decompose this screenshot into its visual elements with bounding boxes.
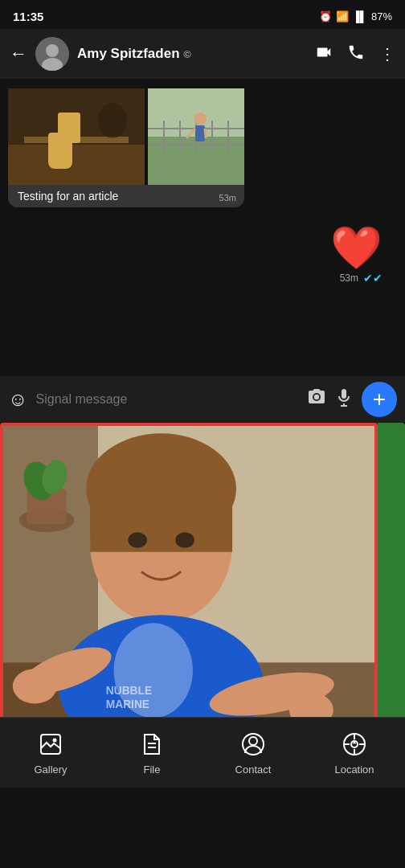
svg-text:MARINE: MARINE (106, 698, 149, 710)
double-check-icon: ✔✔ (363, 272, 382, 285)
tab-gallery[interactable]: Gallery (0, 730, 101, 776)
svg-point-17 (194, 113, 207, 125)
svg-line-20 (205, 129, 206, 138)
svg-point-1 (46, 44, 59, 57)
mic-button[interactable] (334, 387, 354, 411)
svg-rect-18 (195, 125, 205, 141)
phone-button[interactable] (347, 43, 365, 65)
input-bar: ☺ + (0, 376, 405, 423)
gallery-icon (36, 730, 65, 759)
heart-emoji: ❤️ (330, 227, 382, 268)
gallery-label: Gallery (34, 764, 67, 776)
heart-time-row: 53m ✔✔ (8, 268, 397, 291)
svg-point-47 (249, 737, 257, 745)
heart-time: 53m (340, 272, 358, 284)
signal-icon: ▐▌ (353, 10, 367, 23)
svg-point-7 (98, 103, 127, 138)
svg-rect-4 (8, 145, 145, 185)
file-label: File (144, 764, 161, 776)
status-bar: 11:35 ⏰ 📶 ▐▌ 87% (0, 0, 405, 29)
chat-area: Testing for an article 53m ❤️ 53m ✔✔ (0, 79, 405, 376)
more-options-button[interactable]: ⋮ (379, 44, 395, 63)
wifi-icon: 📶 (336, 10, 349, 23)
avatar (35, 37, 69, 71)
tab-file[interactable]: File (101, 730, 202, 776)
attachment-area: NUBBLE MARINE 00:53 Gallery (0, 423, 405, 788)
emoji-button[interactable]: ☺ (8, 388, 28, 411)
tab-location[interactable]: Location (304, 730, 405, 776)
camera-button[interactable] (307, 387, 326, 411)
contact-icon (239, 730, 268, 759)
svg-rect-6 (58, 113, 80, 143)
status-icons: ⏰ 📶 ▐▌ 87% (319, 10, 392, 23)
svg-point-33 (128, 532, 147, 548)
svg-point-41 (13, 669, 57, 703)
alarm-icon: ⏰ (319, 10, 332, 23)
chat-header: ← Amy Spitzfaden © ⋮ (0, 29, 405, 79)
back-button[interactable]: ← (10, 43, 27, 64)
video-inner: NUBBLE MARINE (3, 426, 374, 746)
svg-rect-32 (90, 489, 232, 552)
message-input[interactable] (36, 392, 299, 407)
message-time: 53m (219, 193, 236, 203)
heart-reaction: ❤️ (8, 215, 397, 268)
video-preview[interactable]: NUBBLE MARINE 00:53 (0, 423, 378, 749)
message-image-left (8, 88, 145, 185)
battery-label: 87% (371, 10, 392, 23)
message-caption: Testing for an article (18, 190, 213, 203)
incoming-message: Testing for an article 53m (8, 88, 397, 207)
svg-point-34 (175, 532, 194, 548)
message-image-right (148, 88, 244, 185)
status-time: 11:35 (13, 10, 43, 23)
plus-button[interactable]: + (362, 382, 397, 417)
svg-text:NUBBLE: NUBBLE (106, 685, 152, 697)
svg-point-44 (53, 739, 57, 743)
location-icon (340, 730, 369, 759)
video-call-button[interactable] (315, 43, 333, 65)
contact-label: Contact (235, 764, 272, 776)
header-actions: ⋮ (315, 43, 395, 65)
tab-contact[interactable]: Contact (202, 730, 304, 776)
message-caption-row: Testing for an article 53m (8, 185, 244, 207)
location-label: Location (334, 764, 374, 776)
green-strip (378, 423, 405, 749)
contact-name: Amy Spitzfaden © (77, 46, 307, 62)
file-icon (137, 730, 166, 759)
bottom-tabs: Gallery File Contact (0, 717, 405, 788)
